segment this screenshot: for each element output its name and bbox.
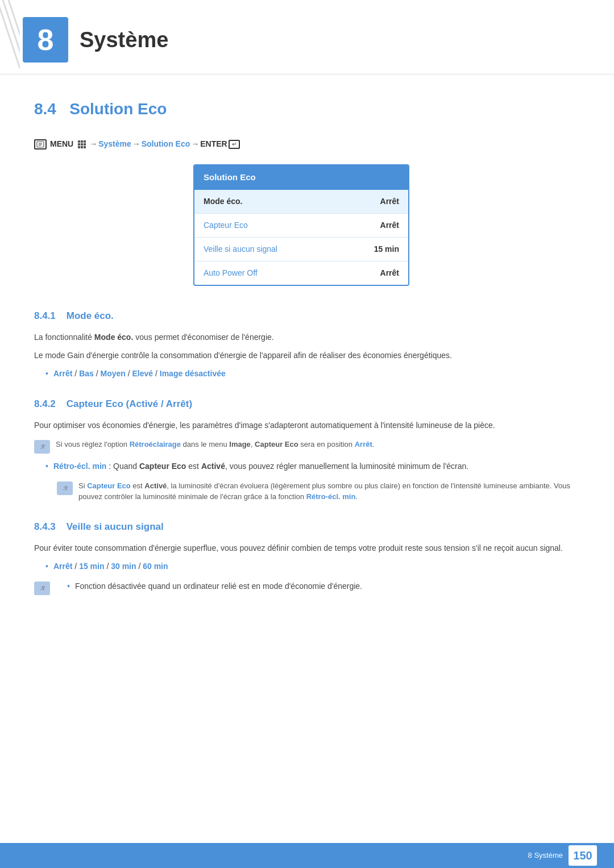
veille-note1-bullets: Fonction désactivée quand un ordinateur … [56,580,362,596]
sub-heading-8-4-2: 8.4.2 Capteur Eco (Activé / Arrêt) [34,397,580,412]
svg-text:ℛ: ℛ [40,444,45,450]
dialog-item-auto-power-off-value: Arrêt [380,267,399,279]
veille-note1: ℛ Fonction désactivée quand un ordinateu… [34,580,580,596]
corner-decoration [0,0,20,74]
section-title: Solution Eco [69,100,167,118]
dialog-item-mode-eco[interactable]: Mode éco. Arrêt [194,190,408,214]
menu-remote-icon [34,139,47,149]
capteur-eco-note2: ℛ Si Capteur Eco est Activé, la luminosi… [57,480,580,502]
capteur-eco-note2-text: Si Capteur Eco est Activé, la luminosité… [78,480,580,502]
dialog-item-auto-power-off-name: Auto Power Off [204,267,258,279]
capteur-eco-note1-text: Si vous réglez l'option Rétroéclairage d… [56,439,374,450]
mode-eco-para1: La fonctionnalité Mode éco. vous permet … [34,331,580,343]
enter-icon: ↵ [229,140,240,149]
capteur-eco-para1: Pour optimiser vos économies d'énergie, … [34,419,580,431]
note-icon-1: ℛ [34,440,50,454]
solution-eco-label: Solution Eco [142,138,190,150]
dialog-item-auto-power-off[interactable]: Auto Power Off Arrêt [194,261,408,285]
subsection-8-4-2: 8.4.2 Capteur Eco (Activé / Arrêt) Pour … [34,397,580,502]
grid-icon [78,140,86,148]
note-icon-3: ℛ [34,582,50,595]
svg-line-0 [0,0,20,68]
sub-heading-8-4-2-title: Capteur Eco (Activé / Arrêt) [67,398,192,409]
dialog-item-capteur-eco[interactable]: Capteur Eco Arrêt [194,214,408,238]
svg-text:ℛ: ℛ [40,585,45,591]
sub-heading-8-4-1-number: 8.4.1 [34,310,56,321]
note-icon-2: ℛ [57,481,73,495]
dialog-item-veille-name: Veille si aucun signal [204,243,277,255]
veille-bullet-1: Arrêt / 15 min / 30 min / 60 min [45,560,580,572]
sub-heading-8-4-3-title: Veille si aucun signal [67,521,164,532]
chapter-header: 8 Système [0,0,614,74]
dialog-item-capteur-eco-name: Capteur Eco [204,219,248,231]
main-content: 8.4 Solution Eco MENU → Système → Soluti… [0,97,614,596]
capteur-eco-bullet-list: Rétro-écl. min : Quand Capteur Eco est A… [34,460,580,472]
subsection-8-4-1: 8.4.1 Mode éco. La fonctionnalité Mode é… [34,309,580,380]
sub-heading-8-4-2-number: 8.4.2 [34,398,56,409]
section-number: 8.4 [34,100,56,118]
subsection-8-4-3: 8.4.3 Veille si aucun signal Pour éviter… [34,520,580,596]
dialog-title: Solution Eco [194,165,408,190]
dialog-item-veille-value: 15 min [374,243,399,255]
veille-bullet-list: Arrêt / 15 min / 30 min / 60 min [34,560,580,572]
sub-heading-8-4-3: 8.4.3 Veille si aucun signal [34,520,580,534]
dialog-item-mode-eco-name: Mode éco. [204,196,242,207]
dialog-item-veille[interactable]: Veille si aucun signal 15 min [194,238,408,261]
veille-note1-bullet-1: Fonction désactivée quand un ordinateur … [67,580,362,592]
arrow3: → [191,138,199,150]
menu-label: MENU [50,138,73,150]
veille-para1: Pour éviter toute consommation d'énergie… [34,542,580,554]
capteur-eco-bullet-1: Rétro-écl. min : Quand Capteur Eco est A… [45,460,580,472]
sub-heading-8-4-1-title: Mode éco. [67,310,114,321]
mode-eco-bullet-list: Arrêt / Bas / Moyen / Elevé / Image désa… [34,368,580,380]
dialog-item-capteur-eco-value: Arrêt [380,219,399,231]
dialog-item-mode-eco-value: Arrêt [380,196,399,207]
footer: 8 Système 150 [0,843,614,868]
system-label: Système [98,138,131,150]
arrow1: → [89,138,97,150]
sub-heading-8-4-1: 8.4.1 Mode éco. [34,309,580,323]
chapter-title: Système [80,24,168,56]
footer-chapter-label: 8 Système [528,850,563,861]
enter-label: ENTER [200,138,227,150]
svg-text:ℛ: ℛ [63,485,68,491]
section-heading: 8.4 Solution Eco [34,97,580,121]
footer-page-number: 150 [569,845,597,866]
mode-eco-para2: Le mode Gain d'énergie contrôle la conso… [34,349,580,362]
arrow2: → [132,138,140,150]
dialog-box: Solution Eco Mode éco. Arrêt Capteur Eco… [193,164,409,286]
capteur-eco-note1: ℛ Si vous réglez l'option Rétroéclairage… [34,439,580,454]
mode-eco-bullet-1: Arrêt / Bas / Moyen / Elevé / Image désa… [45,368,580,380]
menu-path: MENU → Système → Solution Eco → ENTER ↵ [34,138,580,150]
chapter-number: 8 [23,17,68,63]
sub-heading-8-4-3-number: 8.4.3 [34,521,56,532]
